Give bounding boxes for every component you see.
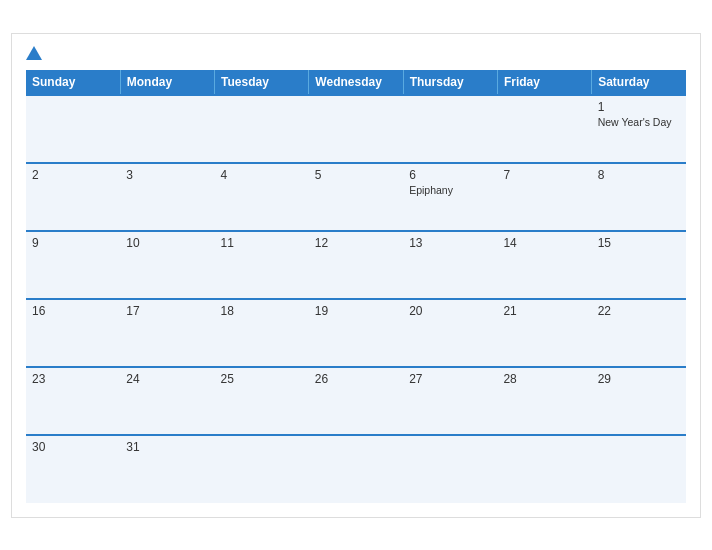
- day-number: 23: [32, 372, 114, 386]
- days-header-row: SundayMondayTuesdayWednesdayThursdayFrid…: [26, 70, 686, 95]
- calendar-cell: [26, 95, 120, 163]
- calendar-cell: [403, 435, 497, 503]
- day-number: 14: [503, 236, 585, 250]
- calendar-cell: 3: [120, 163, 214, 231]
- calendar-cell: 18: [215, 299, 309, 367]
- day-number: 15: [598, 236, 680, 250]
- day-number: 25: [221, 372, 303, 386]
- calendar-cell: 24: [120, 367, 214, 435]
- calendar-cell: [497, 95, 591, 163]
- calendar-cell: 22: [592, 299, 686, 367]
- calendar-cell: 30: [26, 435, 120, 503]
- calendar-cell: 19: [309, 299, 403, 367]
- calendar-table: SundayMondayTuesdayWednesdayThursdayFrid…: [26, 70, 686, 503]
- calendar-cell: 15: [592, 231, 686, 299]
- day-header-tuesday: Tuesday: [215, 70, 309, 95]
- calendar-cell: 20: [403, 299, 497, 367]
- calendar-cell: 26: [309, 367, 403, 435]
- day-number: 18: [221, 304, 303, 318]
- calendar-header: [26, 46, 686, 60]
- calendar-cell: 9: [26, 231, 120, 299]
- day-number: 11: [221, 236, 303, 250]
- day-header-monday: Monday: [120, 70, 214, 95]
- calendar-cell: [309, 95, 403, 163]
- day-number: 21: [503, 304, 585, 318]
- calendar-cell: 17: [120, 299, 214, 367]
- day-number: 8: [598, 168, 680, 182]
- day-header-wednesday: Wednesday: [309, 70, 403, 95]
- calendar-cell: 7: [497, 163, 591, 231]
- day-number: 20: [409, 304, 491, 318]
- day-header-friday: Friday: [497, 70, 591, 95]
- day-header-sunday: Sunday: [26, 70, 120, 95]
- day-number: 16: [32, 304, 114, 318]
- day-number: 30: [32, 440, 114, 454]
- week-row-0: 1New Year's Day: [26, 95, 686, 163]
- calendar-cell: [309, 435, 403, 503]
- day-number: 17: [126, 304, 208, 318]
- logo-blue-text: [26, 46, 45, 60]
- calendar-cell: [215, 435, 309, 503]
- calendar-cell: 16: [26, 299, 120, 367]
- calendar-cell: 2: [26, 163, 120, 231]
- day-number: 3: [126, 168, 208, 182]
- calendar-cell: 21: [497, 299, 591, 367]
- calendar-cell: 5: [309, 163, 403, 231]
- calendar-cell: 12: [309, 231, 403, 299]
- day-number: 26: [315, 372, 397, 386]
- day-number: 31: [126, 440, 208, 454]
- calendar-cell: 28: [497, 367, 591, 435]
- day-number: 2: [32, 168, 114, 182]
- calendar-cell: 27: [403, 367, 497, 435]
- day-number: 27: [409, 372, 491, 386]
- day-number: 7: [503, 168, 585, 182]
- day-number: 19: [315, 304, 397, 318]
- day-number: 9: [32, 236, 114, 250]
- calendar-cell: 4: [215, 163, 309, 231]
- day-number: 12: [315, 236, 397, 250]
- week-row-4: 23242526272829: [26, 367, 686, 435]
- calendar-cell: [120, 95, 214, 163]
- calendar-cell: 14: [497, 231, 591, 299]
- calendar-cell: 25: [215, 367, 309, 435]
- week-row-1: 23456Epiphany78: [26, 163, 686, 231]
- day-header-saturday: Saturday: [592, 70, 686, 95]
- calendar-cell: [215, 95, 309, 163]
- calendar-wrapper: SundayMondayTuesdayWednesdayThursdayFrid…: [11, 33, 701, 518]
- calendar-cell: [403, 95, 497, 163]
- calendar-cell: 13: [403, 231, 497, 299]
- event-label: New Year's Day: [598, 116, 680, 128]
- day-number: 5: [315, 168, 397, 182]
- calendar-cell: 29: [592, 367, 686, 435]
- week-row-3: 16171819202122: [26, 299, 686, 367]
- day-number: 10: [126, 236, 208, 250]
- week-row-2: 9101112131415: [26, 231, 686, 299]
- day-header-thursday: Thursday: [403, 70, 497, 95]
- day-number: 29: [598, 372, 680, 386]
- calendar-cell: [592, 435, 686, 503]
- day-number: 28: [503, 372, 585, 386]
- day-number: 13: [409, 236, 491, 250]
- logo: [26, 46, 45, 60]
- day-number: 6: [409, 168, 491, 182]
- day-number: 24: [126, 372, 208, 386]
- calendar-cell: 6Epiphany: [403, 163, 497, 231]
- day-number: 1: [598, 100, 680, 114]
- day-number: 22: [598, 304, 680, 318]
- calendar-cell: 31: [120, 435, 214, 503]
- calendar-cell: 10: [120, 231, 214, 299]
- calendar-cell: 8: [592, 163, 686, 231]
- event-label: Epiphany: [409, 184, 491, 196]
- calendar-cell: [497, 435, 591, 503]
- logo-triangle-icon: [26, 46, 42, 60]
- calendar-cell: 23: [26, 367, 120, 435]
- week-row-5: 3031: [26, 435, 686, 503]
- day-number: 4: [221, 168, 303, 182]
- calendar-cell: 1New Year's Day: [592, 95, 686, 163]
- calendar-cell: 11: [215, 231, 309, 299]
